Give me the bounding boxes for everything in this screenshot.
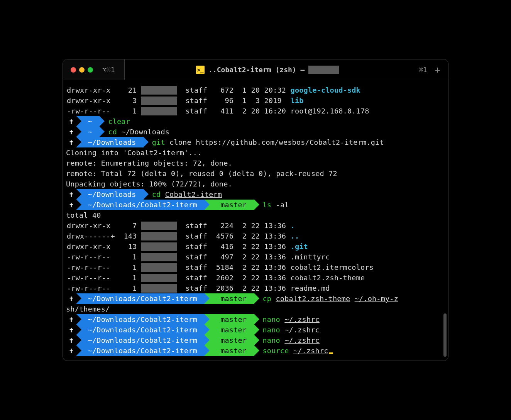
output-line: sh/themes/ bbox=[66, 304, 448, 314]
terminal-content[interactable]: drwxr-xr-x 21 staff 672 1 20 20:32 googl… bbox=[63, 80, 448, 356]
file-name: root@192.168.0.178 bbox=[291, 106, 369, 116]
file-name: .minttyrc bbox=[291, 252, 330, 262]
prompt-line: ✝ ~/Downloads/Cobalt2-iterm master sourc… bbox=[66, 345, 448, 356]
tab-left[interactable]: ⌥⌘1 bbox=[63, 59, 125, 80]
command-text: clear bbox=[108, 116, 130, 127]
prompt-line: ✝ ~/Downloads/Cobalt2-iterm master ls -a… bbox=[66, 200, 448, 210]
tab-shortcut-label: ⌥⌘1 bbox=[102, 66, 115, 74]
output-line: remote: Enumerating objects: 72, done. bbox=[66, 158, 448, 168]
terminal-window: ⌥⌘1 >_ ..Cobalt2-iterm (zsh) — ⌘1 + drwx… bbox=[63, 59, 448, 361]
redacted-owner bbox=[141, 232, 177, 240]
ls-row: drwxr-xr-x 21 staff 672 1 20 20:32 googl… bbox=[66, 85, 448, 95]
ls-row: -rw-r--r-- 1 staff 2036 2 22 13:36 readm… bbox=[66, 283, 448, 293]
redacted-title bbox=[308, 66, 339, 74]
file-name: .git bbox=[291, 241, 308, 252]
terminal-icon: >_ bbox=[196, 66, 205, 74]
zoom-icon[interactable] bbox=[88, 67, 93, 73]
output-line: Unpacking objects: 100% (72/72), done. bbox=[66, 179, 448, 189]
redacted-owner bbox=[141, 284, 177, 293]
output-line: remote: Total 72 (delta 0), reused 0 (de… bbox=[66, 168, 448, 179]
scrollbar-thumb[interactable] bbox=[443, 313, 447, 357]
redacted-owner bbox=[141, 253, 177, 261]
window-title-text: ..Cobalt2-iterm (zsh) — bbox=[208, 66, 305, 74]
file-name: lib bbox=[291, 95, 304, 106]
new-tab-button[interactable]: + bbox=[435, 64, 440, 75]
cursor bbox=[329, 352, 333, 354]
prompt-status-segment: ✝ bbox=[66, 314, 76, 325]
prompt-path-segment: ~/Downloads/Cobalt2-iterm bbox=[76, 293, 205, 304]
titlebar: ⌥⌘1 >_ ..Cobalt2-iterm (zsh) — ⌘1 + bbox=[63, 59, 448, 80]
prompt-path-segment: ~/Downloads/Cobalt2-iterm bbox=[76, 325, 205, 335]
ls-row: drwx------+ 143 staff 4576 2 22 13:36 .. bbox=[66, 231, 448, 241]
prompt-branch-segment: master bbox=[205, 200, 254, 210]
file-name: readme.md bbox=[291, 283, 330, 293]
ls-row: -rw-r--r-- 1 staff 5184 2 22 13:36 cobal… bbox=[66, 262, 448, 273]
redacted-owner bbox=[141, 263, 177, 272]
command-text: nano ~/.zshrc bbox=[263, 325, 320, 335]
file-name: google-cloud-sdk bbox=[291, 85, 360, 95]
prompt-path-segment: ~/Downloads/Cobalt2-iterm bbox=[76, 345, 205, 356]
prompt-branch-segment: master bbox=[205, 325, 254, 335]
ls-row: -rw-r--r-- 1 staff 497 2 22 13:36 .mintt… bbox=[66, 252, 448, 262]
prompt-branch-segment: master bbox=[205, 293, 254, 304]
output-line: Cloning into 'Cobalt2-iterm'... bbox=[66, 147, 448, 158]
prompt-line: ✝ ~/Downloads git clone https://github.c… bbox=[66, 137, 448, 147]
prompt-status-segment: ✝ bbox=[66, 137, 76, 147]
prompt-status-segment: ✝ bbox=[66, 325, 76, 335]
traffic-lights bbox=[71, 67, 93, 73]
file-name: cobalt2.itermcolors bbox=[291, 262, 374, 273]
command-text: git clone https://github.com/wesbos/Coba… bbox=[152, 137, 384, 147]
command-text: nano ~/.zshrc bbox=[263, 335, 320, 345]
command-text: source ~/.zshrc bbox=[263, 345, 333, 356]
ls-row: drwxr-xr-x 7 staff 224 2 22 13:36 . bbox=[66, 220, 448, 231]
file-name: cobalt2.zsh-theme bbox=[291, 273, 365, 283]
command-text: cd ~/Downloads bbox=[108, 127, 169, 137]
prompt-line: ✝ ~/Downloads/Cobalt2-iterm master nano … bbox=[66, 325, 448, 335]
redacted-owner bbox=[141, 274, 177, 282]
file-name: . bbox=[291, 220, 295, 231]
prompt-path-segment: ~/Downloads/Cobalt2-iterm bbox=[76, 335, 205, 345]
ls-row: -rw-r--r-- 1 staff 2602 2 22 13:36 cobal… bbox=[66, 273, 448, 283]
file-name: .. bbox=[291, 231, 299, 241]
window-title: >_ ..Cobalt2-iterm (zsh) — bbox=[125, 59, 411, 80]
prompt-status-segment: ✝ bbox=[66, 293, 76, 304]
prompt-status-segment: ✝ bbox=[66, 127, 76, 137]
redacted-owner bbox=[141, 242, 177, 251]
redacted-owner bbox=[141, 86, 177, 95]
ls-row: -rw-r--r-- 1 staff 411 2 20 16:20 root@1… bbox=[66, 106, 448, 116]
window-shortcut-label: ⌘1 bbox=[419, 66, 427, 74]
ls-row: drwxr-xr-x 13 staff 416 2 22 13:36 .git bbox=[66, 241, 448, 252]
command-text: ls -al bbox=[263, 200, 289, 210]
prompt-path-segment: ~/Downloads/Cobalt2-iterm bbox=[76, 314, 205, 325]
command-text: nano ~/.zshrc bbox=[263, 314, 320, 325]
output-line: total 40 bbox=[66, 210, 448, 220]
redacted-owner bbox=[141, 222, 177, 230]
prompt-line: ✝ ~/Downloads/Cobalt2-iterm master cp co… bbox=[66, 293, 448, 304]
prompt-path-segment: ~/Downloads/Cobalt2-iterm bbox=[76, 200, 205, 210]
prompt-branch-segment: master bbox=[205, 345, 254, 356]
prompt-status-segment: ✝ bbox=[66, 200, 76, 210]
redacted-owner bbox=[141, 97, 177, 105]
prompt-status-segment: ✝ bbox=[66, 335, 76, 345]
prompt-status-segment: ✝ bbox=[66, 116, 76, 127]
prompt-path-segment: ~/Downloads bbox=[76, 137, 143, 147]
prompt-line: ✝ ~/Downloads/Cobalt2-iterm master nano … bbox=[66, 335, 448, 345]
command-text: cp cobalt2.zsh-theme ~/.oh-my-z bbox=[263, 293, 399, 304]
prompt-path-segment: ~/Downloads bbox=[76, 189, 143, 200]
prompt-branch-segment: master bbox=[205, 314, 254, 325]
redacted-owner bbox=[141, 107, 177, 115]
minimize-icon[interactable] bbox=[79, 67, 85, 73]
prompt-line: ✝ ~ clear bbox=[66, 116, 448, 127]
prompt-status-segment: ✝ bbox=[66, 189, 76, 200]
close-icon[interactable] bbox=[71, 67, 76, 73]
prompt-branch-segment: master bbox=[205, 335, 254, 345]
command-text: cd Cobalt2-iterm bbox=[152, 189, 222, 200]
titlebar-right: ⌘1 + bbox=[411, 59, 448, 80]
prompt-line: ✝ ~/Downloads cd Cobalt2-iterm bbox=[66, 189, 448, 200]
prompt-line: ✝ ~ cd ~/Downloads bbox=[66, 127, 448, 137]
ls-row: drwxr-xr-x 3 staff 96 1 3 2019 lib bbox=[66, 95, 448, 106]
prompt-line: ✝ ~/Downloads/Cobalt2-iterm master nano … bbox=[66, 314, 448, 325]
prompt-status-segment: ✝ bbox=[66, 345, 76, 356]
